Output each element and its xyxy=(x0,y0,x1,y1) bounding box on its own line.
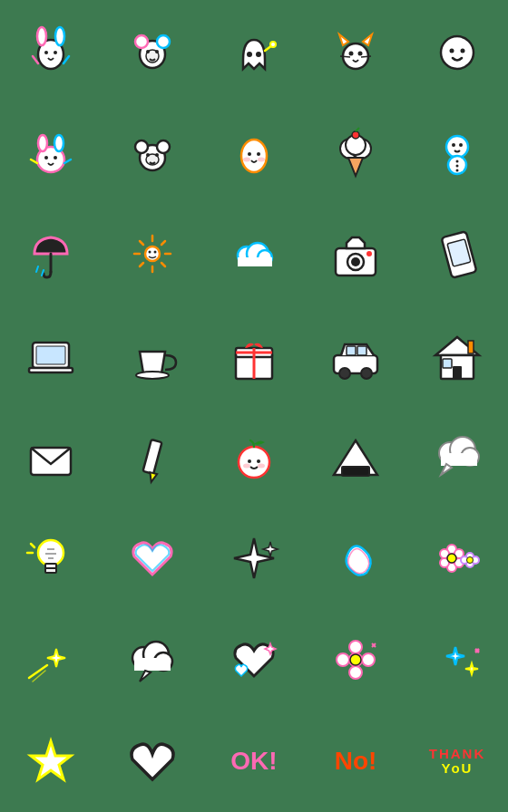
svg-point-41 xyxy=(248,152,251,156)
cell-heart2 xyxy=(203,609,305,710)
cell-no: No! xyxy=(305,710,406,812)
svg-rect-84 xyxy=(29,368,73,372)
sun-icon xyxy=(123,225,181,283)
svg-point-26 xyxy=(461,49,465,53)
rabbit2-icon xyxy=(22,123,80,181)
heart-outline-icon xyxy=(123,732,181,790)
star-outline-icon xyxy=(22,732,80,790)
cell-flowers xyxy=(406,508,508,609)
svg-point-42 xyxy=(257,152,260,156)
svg-point-13 xyxy=(247,52,252,57)
svg-point-12 xyxy=(155,50,159,53)
svg-rect-91 xyxy=(347,346,356,355)
svg-point-11 xyxy=(146,50,150,53)
svg-rect-75 xyxy=(238,257,272,266)
svg-point-8 xyxy=(135,35,148,48)
heart2-icon xyxy=(225,631,283,689)
bear1-icon xyxy=(123,22,181,80)
svg-point-24 xyxy=(441,36,474,69)
stars-icon xyxy=(428,631,486,689)
egg-icon xyxy=(225,123,283,181)
cell-cup xyxy=(102,304,203,406)
cell-umbrella xyxy=(0,203,102,304)
svg-point-35 xyxy=(135,140,148,153)
svg-point-93 xyxy=(339,368,350,379)
svg-rect-98 xyxy=(443,359,452,368)
envelope-icon xyxy=(22,428,80,486)
svg-point-130 xyxy=(447,554,456,563)
svg-line-59 xyxy=(36,266,38,272)
rabbit-icon xyxy=(22,22,80,80)
svg-point-43 xyxy=(243,158,250,162)
svg-point-49 xyxy=(352,131,359,139)
svg-point-94 xyxy=(361,368,372,379)
svg-point-79 xyxy=(366,251,372,256)
laptop-icon xyxy=(22,326,80,384)
svg-rect-117 xyxy=(45,568,56,573)
svg-point-107 xyxy=(258,464,265,469)
cell-pencil xyxy=(102,406,203,508)
phone-icon xyxy=(428,225,486,283)
cell-shooting-star xyxy=(0,609,102,710)
cell-round-face xyxy=(406,0,508,102)
svg-rect-83 xyxy=(36,346,65,364)
cell-icecream xyxy=(305,102,406,203)
svg-line-50 xyxy=(356,128,359,131)
cell-sparkle xyxy=(203,508,305,609)
svg-point-31 xyxy=(54,156,57,160)
svg-point-3 xyxy=(44,51,48,54)
svg-point-40 xyxy=(241,140,267,172)
svg-point-21 xyxy=(358,52,363,56)
cell-laptop xyxy=(0,304,102,406)
cell-house xyxy=(406,304,508,406)
svg-point-14 xyxy=(256,52,261,57)
snowman-icon xyxy=(428,123,486,181)
svg-point-36 xyxy=(157,140,170,153)
cell-cloud-shape xyxy=(102,609,203,710)
cell-heart xyxy=(102,508,203,609)
cell-rabbit xyxy=(0,0,102,102)
cup-icon xyxy=(123,326,181,384)
svg-point-28 xyxy=(38,135,47,151)
svg-point-145 xyxy=(349,666,362,679)
speech-cloud-icon xyxy=(428,428,486,486)
svg-point-20 xyxy=(349,52,354,56)
ok-text: OK! xyxy=(230,747,277,776)
cell-ok: OK! xyxy=(203,710,305,812)
svg-line-121 xyxy=(31,544,34,547)
svg-line-66 xyxy=(140,241,143,245)
house-icon xyxy=(428,326,486,384)
gift-icon xyxy=(225,326,283,384)
sparkle-icon xyxy=(225,529,283,587)
svg-point-38 xyxy=(146,153,150,157)
svg-point-147 xyxy=(362,653,375,666)
cell-bear1 xyxy=(102,0,203,102)
cell-phone xyxy=(406,203,508,304)
flower2-icon xyxy=(327,631,385,689)
cat-icon xyxy=(327,22,385,80)
svg-point-51 xyxy=(446,136,468,158)
cell-envelope xyxy=(0,406,102,508)
svg-point-71 xyxy=(154,251,157,254)
cell-apple xyxy=(203,406,305,508)
thank-line2: YoU xyxy=(429,761,486,777)
cell-bear2 xyxy=(102,102,203,203)
emoji-grid: OK! No! THANK YoU xyxy=(0,0,508,812)
svg-rect-92 xyxy=(357,346,366,355)
svg-marker-19 xyxy=(363,34,372,45)
svg-line-23 xyxy=(361,56,371,57)
cell-cat xyxy=(305,0,406,102)
svg-point-115 xyxy=(38,540,64,566)
cell-stars xyxy=(406,609,508,710)
cell-thankyou: THANK YoU xyxy=(406,710,508,812)
svg-point-70 xyxy=(149,251,151,254)
svg-marker-142 xyxy=(140,671,151,682)
svg-point-106 xyxy=(243,464,250,469)
svg-rect-97 xyxy=(453,366,462,379)
car-icon xyxy=(327,326,385,384)
svg-point-78 xyxy=(351,257,360,266)
svg-point-53 xyxy=(452,143,455,147)
svg-point-144 xyxy=(349,641,362,653)
svg-rect-141 xyxy=(134,658,171,671)
svg-point-25 xyxy=(450,49,454,53)
